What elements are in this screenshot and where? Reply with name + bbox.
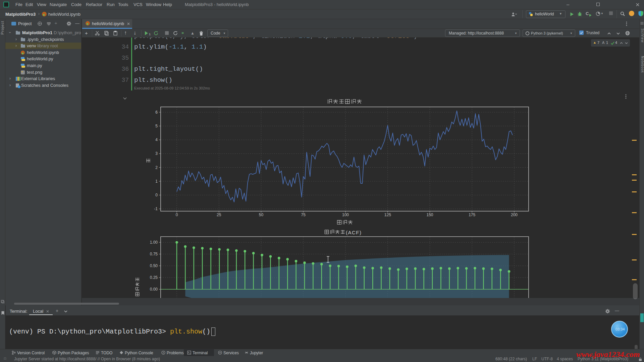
svg-text:0: 0 <box>176 213 178 217</box>
svg-text:0.50: 0.50 <box>150 263 158 268</box>
svg-text:25: 25 <box>217 213 221 217</box>
svg-text:6: 6 <box>155 110 158 115</box>
svg-text:0.00: 0.00 <box>150 287 158 292</box>
svg-text:125: 125 <box>384 213 391 217</box>
svg-text:(ACF): (ACF) <box>346 230 362 235</box>
svg-text:100: 100 <box>342 213 349 217</box>
svg-text:4: 4 <box>155 137 158 142</box>
svg-text:150: 150 <box>426 213 433 217</box>
svg-text:75: 75 <box>301 213 306 217</box>
svg-text:175: 175 <box>469 213 475 217</box>
svg-text:5: 5 <box>155 124 158 128</box>
svg-text:-1: -1 <box>154 206 158 211</box>
svg-text:0.75: 0.75 <box>150 252 158 256</box>
svg-text:3: 3 <box>155 151 158 156</box>
svg-text:2: 2 <box>155 165 158 170</box>
svg-text:200: 200 <box>511 213 518 217</box>
svg-text:0.25: 0.25 <box>150 275 158 280</box>
svg-text:50: 50 <box>259 213 264 217</box>
svg-text:0: 0 <box>155 193 158 197</box>
svg-text:1: 1 <box>155 179 158 184</box>
svg-text:1.00: 1.00 <box>150 240 158 245</box>
